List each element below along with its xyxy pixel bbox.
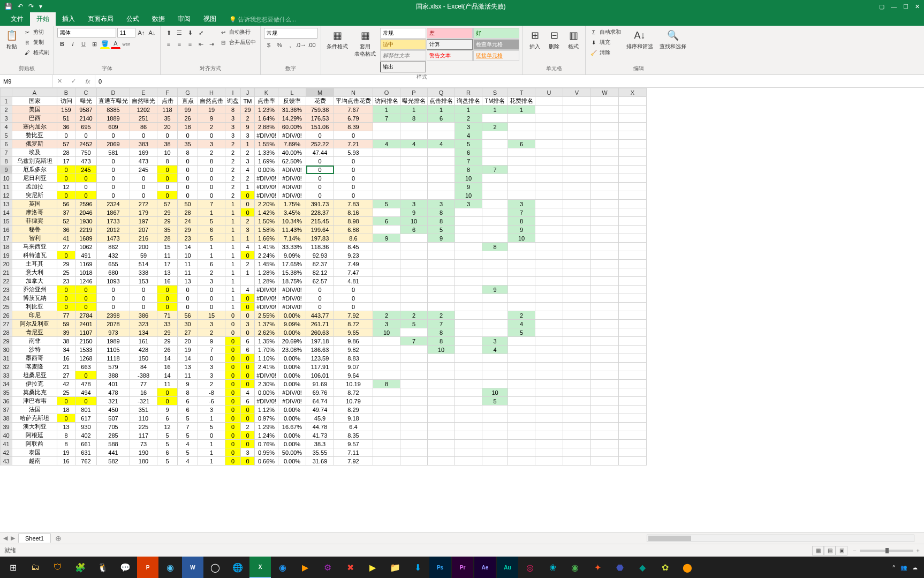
cell-I17[interactable]: 1 (225, 234, 241, 243)
cell-L13[interactable]: 1.75% (278, 200, 306, 208)
cell-C33[interactable]: 0 (75, 371, 97, 380)
cell-P10[interactable] (400, 174, 428, 183)
cell-S24[interactable] (482, 294, 508, 303)
col-header-V[interactable]: V (563, 88, 591, 97)
cell-F16[interactable]: 35 (157, 226, 178, 234)
align-bottom-icon[interactable]: ⬇ (185, 28, 195, 37)
cell-X16[interactable] (619, 226, 647, 234)
cell-T27[interactable]: 4 (508, 320, 535, 328)
task-word[interactable]: W (182, 557, 203, 578)
cell-X28[interactable] (619, 328, 647, 337)
row-header-32[interactable]: 32 (1, 363, 12, 371)
cell-M12[interactable]: 0 (306, 191, 334, 200)
cell-K40[interactable]: 1.24% (255, 431, 278, 440)
cell-E39[interactable]: 225 (130, 423, 157, 431)
cell-styles-gallery[interactable]: 常规 差 好 适中 计算 检查单元格 解释性文本 警告文本 链接单元格 输出 (380, 28, 519, 72)
cell-V39[interactable] (563, 423, 591, 431)
cell-J14[interactable]: 0 (241, 208, 255, 217)
cell-O12[interactable] (373, 191, 400, 200)
cell-V8[interactable] (563, 157, 591, 166)
cell-O37[interactable] (373, 406, 400, 414)
cell-P43[interactable] (400, 457, 428, 466)
cell-O7[interactable] (373, 148, 400, 157)
cell-R36[interactable] (455, 397, 482, 406)
cell-Q17[interactable]: 9 (428, 234, 455, 243)
cell-T7[interactable] (508, 148, 535, 157)
cell-L11[interactable]: #DIV/0! (278, 183, 306, 191)
worksheet-grid[interactable]: ABCDEFGHIJKLMNOPQRSTUVWX1国家访问曝光直通车曝光自然曝光… (0, 88, 924, 532)
row-header-30[interactable]: 30 (1, 346, 12, 354)
cell-M9[interactable]: 0 (306, 166, 334, 174)
cell-J13[interactable]: 0 (241, 200, 255, 208)
cell-X26[interactable] (619, 311, 647, 320)
tab-file[interactable]: 文件 (4, 12, 30, 26)
cell-G41[interactable]: 4 (178, 440, 198, 448)
cell-H36[interactable]: -6 (198, 397, 225, 406)
cell-G43[interactable]: 4 (178, 457, 198, 466)
format-as-table-button[interactable]: ▦套用 表格格式 (352, 28, 378, 59)
cell-I5[interactable]: 3 (225, 131, 241, 140)
cell-M22[interactable]: 62.57 (306, 277, 334, 286)
cell-V28[interactable] (563, 328, 591, 337)
cell-N24[interactable]: 0 (334, 294, 373, 303)
cell-N2[interactable]: 7.67 (334, 106, 373, 114)
cell-F5[interactable]: 0 (157, 131, 178, 140)
cell-X24[interactable] (619, 294, 647, 303)
cell-E32[interactable]: 84 (130, 363, 157, 371)
cell-W7[interactable] (591, 148, 619, 157)
cell-I41[interactable]: 0 (225, 440, 241, 448)
cell-A12[interactable]: 突尼斯 (12, 191, 57, 200)
cell-U24[interactable] (535, 294, 563, 303)
cell-X33[interactable] (619, 371, 647, 380)
cell-V36[interactable] (563, 397, 591, 406)
accept-formula-icon[interactable]: ✓ (71, 78, 76, 85)
cell-T24[interactable] (508, 294, 535, 303)
cell-C19[interactable]: 491 (75, 251, 97, 260)
cell-R37[interactable] (455, 406, 482, 414)
cell-G34[interactable]: 9 (178, 380, 198, 388)
cell-T34[interactable] (508, 380, 535, 388)
cell-I43[interactable]: 0 (225, 457, 241, 466)
cell-D35[interactable]: 478 (97, 388, 130, 397)
cell-Q37[interactable] (428, 406, 455, 414)
cell-V20[interactable] (563, 260, 591, 268)
cell-H8[interactable]: 8 (198, 157, 225, 166)
cell-T30[interactable] (508, 346, 535, 354)
cell-F24[interactable]: 0 (157, 294, 178, 303)
cell-D22[interactable]: 1093 (97, 277, 130, 286)
cell-N10[interactable]: 0 (334, 174, 373, 183)
cell-B2[interactable]: 159 (57, 106, 75, 114)
cell-X6[interactable] (619, 140, 647, 148)
cell-T17[interactable]: 10 (508, 234, 535, 243)
cell-J6[interactable]: 1 (241, 140, 255, 148)
cell-M11[interactable]: 0 (306, 183, 334, 191)
cell-O26[interactable]: 2 (373, 311, 400, 320)
cell-X5[interactable] (619, 131, 647, 140)
cell-M15[interactable]: 215.45 (306, 217, 334, 226)
cell-M18[interactable]: 118.36 (306, 243, 334, 251)
cell-J2[interactable]: 29 (241, 106, 255, 114)
cell-D28[interactable]: 973 (97, 328, 130, 337)
cell-F39[interactable]: 12 (157, 423, 178, 431)
bold-button[interactable]: B (57, 39, 67, 49)
cell-X25[interactable] (619, 303, 647, 311)
cell-O32[interactable] (373, 363, 400, 371)
cell-T10[interactable] (508, 174, 535, 183)
cell-D39[interactable]: 705 (97, 423, 130, 431)
cell-U6[interactable] (535, 140, 563, 148)
cell-T5[interactable] (508, 131, 535, 140)
cell-T38[interactable] (508, 414, 535, 423)
task-app-c5[interactable]: ✦ (587, 557, 608, 578)
cell-C6[interactable]: 2452 (75, 140, 97, 148)
cell-F9[interactable]: 0 (157, 166, 178, 174)
next-sheet-icon[interactable]: ▶ (11, 535, 15, 542)
font-color-button[interactable]: A (111, 39, 120, 49)
row-header-5[interactable]: 5 (1, 131, 12, 140)
cell-L27[interactable]: 9.09% (278, 320, 306, 328)
cell-S6[interactable] (482, 140, 508, 148)
cell-I32[interactable]: 0 (225, 363, 241, 371)
cell-J25[interactable]: 0 (241, 303, 255, 311)
cell-Q40[interactable] (428, 431, 455, 440)
cell-V3[interactable] (563, 114, 591, 123)
cell-R12[interactable]: 10 (455, 191, 482, 200)
